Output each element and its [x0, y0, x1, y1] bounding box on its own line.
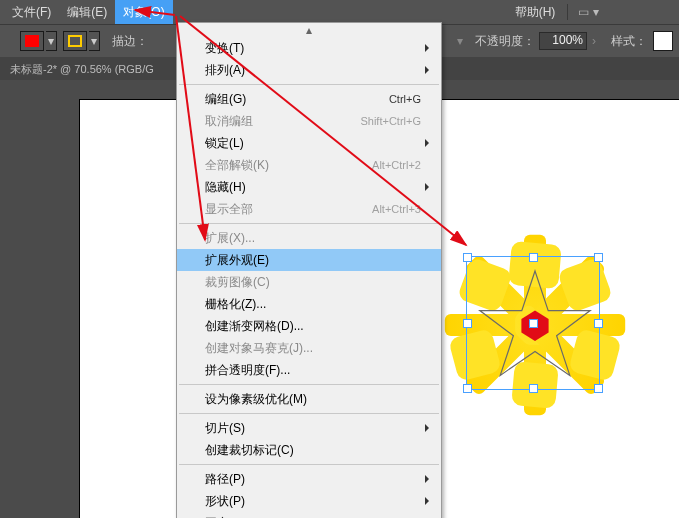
stroke-label: 描边： — [112, 33, 148, 50]
menu-item[interactable]: 排列(A) — [177, 59, 441, 81]
menu-item[interactable]: 创建裁切标记(C) — [177, 439, 441, 461]
menu-item-label: 取消编组 — [205, 113, 253, 130]
menu-item[interactable]: 路径(P) — [177, 468, 441, 490]
menu-help[interactable]: 帮助(H) — [507, 0, 564, 24]
menu-separator — [179, 84, 439, 85]
submenu-arrow-icon — [425, 497, 433, 505]
submenu-arrow-icon — [425, 44, 433, 52]
submenu-arrow-icon — [425, 66, 433, 74]
resize-handle[interactable] — [463, 253, 472, 262]
menu-item-label: 隐藏(H) — [205, 179, 246, 196]
menu-separator — [179, 464, 439, 465]
menu-item[interactable]: 锁定(L) — [177, 132, 441, 154]
menu-item-label: 扩展(X)... — [205, 230, 255, 247]
menu-item-label: 创建渐变网格(D)... — [205, 318, 304, 335]
menu-item-label: 裁剪图像(C) — [205, 274, 270, 291]
selected-artwork[interactable] — [440, 230, 630, 420]
stroke-dropdown-icon[interactable]: ▾ — [89, 31, 100, 51]
menu-separator — [179, 413, 439, 414]
menu-item-label: 切片(S) — [205, 420, 245, 437]
menu-shortcut: Alt+Ctrl+3 — [372, 203, 421, 215]
resize-handle[interactable] — [594, 384, 603, 393]
menu-object[interactable]: 对象(O) — [115, 0, 172, 24]
stroke-swatch[interactable] — [63, 31, 87, 51]
menu-item: 取消编组Shift+Ctrl+G — [177, 110, 441, 132]
menu-item[interactable]: 拼合透明度(F)... — [177, 359, 441, 381]
chevron-right-icon[interactable]: › — [589, 34, 599, 48]
menu-item: 裁剪图像(C) — [177, 271, 441, 293]
menu-item: 全部解锁(K)Alt+Ctrl+2 — [177, 154, 441, 176]
menu-item[interactable]: 扩展外观(E) — [177, 249, 441, 271]
menu-item: 创建对象马赛克(J)... — [177, 337, 441, 359]
menu-item-label: 路径(P) — [205, 471, 245, 488]
opacity-input[interactable]: 100% — [539, 32, 587, 50]
menu-item-label: 图案(E) — [205, 515, 245, 519]
menu-item: 扩展(X)... — [177, 227, 441, 249]
menu-item-label: 显示全部 — [205, 201, 253, 218]
menu-shortcut: Alt+Ctrl+2 — [372, 159, 421, 171]
menu-item-label: 扩展外观(E) — [205, 252, 269, 269]
workspace-switcher-icon[interactable]: ▭ ▾ — [578, 5, 598, 19]
resize-handle[interactable] — [529, 384, 538, 393]
menu-item-label: 创建裁切标记(C) — [205, 442, 294, 459]
menu-item-label: 形状(P) — [205, 493, 245, 510]
resize-handle[interactable] — [529, 253, 538, 262]
menubar-separator — [567, 4, 568, 20]
resize-handle[interactable] — [594, 319, 603, 328]
menu-separator — [179, 223, 439, 224]
menu-shortcut: Ctrl+G — [389, 93, 421, 105]
object-menu-dropdown[interactable]: ▴变换(T)排列(A)编组(G)Ctrl+G取消编组Shift+Ctrl+G锁定… — [176, 22, 442, 518]
fill-dropdown-icon[interactable]: ▾ — [46, 31, 57, 51]
submenu-arrow-icon — [425, 424, 433, 432]
menu-item-label: 创建对象马赛克(J)... — [205, 340, 313, 357]
fill-swatch[interactable] — [20, 31, 44, 51]
menu-item-label: 变换(T) — [205, 40, 244, 57]
opacity-label: 不透明度： — [475, 33, 535, 50]
menu-item: 显示全部Alt+Ctrl+3 — [177, 198, 441, 220]
menu-item[interactable]: 栅格化(Z)... — [177, 293, 441, 315]
selection-bounding-box[interactable] — [466, 256, 600, 390]
resize-handle[interactable] — [463, 384, 472, 393]
center-handle[interactable] — [529, 319, 538, 328]
menu-scroll-up-icon[interactable]: ▴ — [177, 23, 441, 37]
menu-item[interactable]: 图案(E) — [177, 512, 441, 518]
menu-item[interactable]: 变换(T) — [177, 37, 441, 59]
menu-shortcut: Shift+Ctrl+G — [360, 115, 421, 127]
menu-item-label: 设为像素级优化(M) — [205, 391, 307, 408]
menu-item[interactable]: 形状(P) — [177, 490, 441, 512]
menu-item-label: 拼合透明度(F)... — [205, 362, 290, 379]
menu-item[interactable]: 切片(S) — [177, 417, 441, 439]
resize-handle[interactable] — [463, 319, 472, 328]
menubar: 文件(F) 编辑(E) 对象(O) 帮助(H) ▭ ▾ — [0, 0, 679, 24]
menu-file[interactable]: 文件(F) — [4, 0, 59, 24]
submenu-arrow-icon — [425, 183, 433, 191]
style-label: 样式： — [611, 33, 647, 50]
menu-item-label: 编组(G) — [205, 91, 246, 108]
menu-item-label: 栅格化(Z)... — [205, 296, 266, 313]
menu-edit[interactable]: 编辑(E) — [59, 0, 115, 24]
submenu-arrow-icon — [425, 475, 433, 483]
menu-item[interactable]: 编组(G)Ctrl+G — [177, 88, 441, 110]
chevron-down-icon[interactable]: ▾ — [455, 34, 465, 48]
menu-item[interactable]: 创建渐变网格(D)... — [177, 315, 441, 337]
menu-item-label: 全部解锁(K) — [205, 157, 269, 174]
menu-item-label: 锁定(L) — [205, 135, 244, 152]
menu-item[interactable]: 隐藏(H) — [177, 176, 441, 198]
submenu-arrow-icon — [425, 139, 433, 147]
menu-item[interactable]: 设为像素级优化(M) — [177, 388, 441, 410]
style-swatch[interactable] — [653, 31, 673, 51]
resize-handle[interactable] — [594, 253, 603, 262]
menu-item-label: 排列(A) — [205, 62, 245, 79]
menu-separator — [179, 384, 439, 385]
